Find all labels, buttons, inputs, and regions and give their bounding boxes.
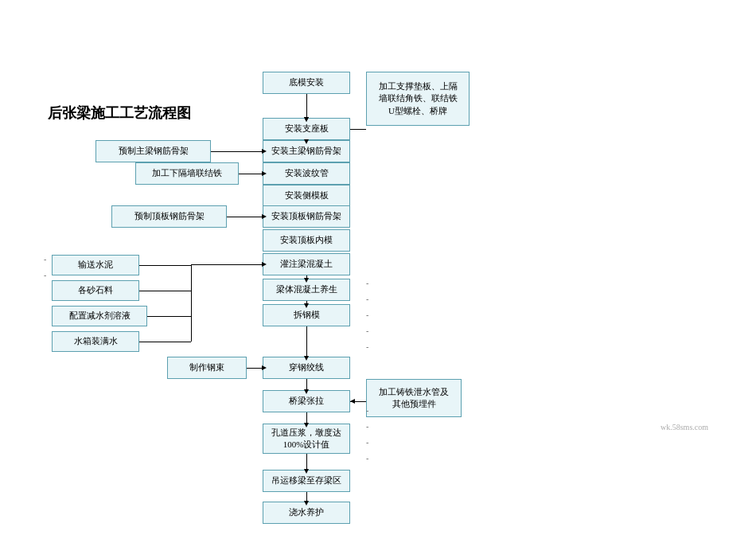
flow-box-b13: 各砂石料: [52, 280, 139, 301]
page-container: 后张梁施工工艺流程图 wk.58sms.com 底模安装加工支撑垫板、上隔 墙联…: [0, 0, 756, 535]
arrowhead-v: [304, 389, 309, 394]
flow-box-b11: 安装顶板内模: [263, 229, 350, 252]
page-title: 后张梁施工工艺流程图: [48, 103, 191, 123]
dash-mark: -: [366, 454, 368, 463]
arrowhead: [262, 262, 267, 267]
flow-box-b19: 制作钢束: [167, 357, 247, 379]
flow-box-b23: 孔道压浆，墩度达 100%设计值: [263, 424, 350, 454]
arrowhead-left: [350, 399, 355, 404]
line-h: [139, 291, 191, 291]
watermark: wk.58sms.com: [661, 423, 708, 432]
line-h: [147, 316, 191, 317]
arrowhead-v: [304, 423, 309, 428]
flow-box-b16: 灌注梁混凝土: [263, 253, 350, 275]
flow-box-b6: 加工下隔墙联结铁: [135, 162, 239, 185]
arrowhead: [262, 214, 267, 219]
arrowhead-v: [304, 501, 309, 506]
arrow-h: [191, 264, 263, 265]
flow-box-b12: 输送水泥: [52, 255, 139, 275]
flow-box-b4: 预制主梁钢筋骨架: [95, 140, 211, 162]
arrow-h: [211, 151, 263, 152]
arrowhead-v: [304, 278, 309, 283]
flow-box-b9: 预制顶板钢筋骨架: [111, 205, 227, 228]
arrow-v-line: [306, 379, 307, 390]
arrow-h: [239, 174, 263, 174]
dash-mark: -: [366, 295, 368, 303]
line-b2-b3: [350, 129, 366, 130]
line-h: [139, 265, 191, 266]
arrowhead-v: [304, 356, 309, 361]
flow-box-b14: 配置减水剂溶液: [52, 306, 147, 326]
arrow-v-line: [306, 326, 307, 357]
flow-box-b22: 加工铸铁泄水管及 其他预埋件: [366, 379, 462, 417]
arrowhead-v: [304, 117, 309, 122]
arrow-v-line: [306, 94, 307, 118]
dash-mark: -: [366, 406, 368, 415]
arrow-h: [227, 217, 263, 217]
flow-box-b1: 底模安装: [263, 72, 350, 94]
flow-box-b7: 安装波纹管: [263, 162, 350, 185]
dash-left: -: [44, 255, 46, 264]
flow-box-b8: 安装侧模板: [263, 185, 350, 207]
arrowhead: [262, 365, 267, 370]
arrowhead: [262, 149, 267, 154]
dash-mark: -: [366, 279, 368, 287]
flow-box-b2: 加工支撑垫板、上隔 墙联结角铁、联结铁 U型螺栓、桥牌: [366, 72, 470, 126]
flow-box-b15: 水箱装满水: [52, 331, 139, 352]
line-h: [139, 342, 191, 342]
arrowhead-v: [304, 303, 309, 308]
dash-left: -: [44, 271, 46, 279]
dash-mark: -: [366, 310, 368, 319]
line-v: [191, 265, 192, 342]
dash-mark: -: [366, 326, 368, 335]
dash-mark: -: [366, 438, 368, 447]
flow-box-b10: 安装顶板钢筋骨架: [263, 205, 350, 228]
dash-mark: -: [366, 342, 368, 351]
arrowhead-v: [304, 469, 309, 474]
arrow-h: [247, 368, 263, 369]
arrowhead: [262, 171, 267, 176]
arrow-v-line: [306, 412, 307, 424]
dash-mark: -: [366, 422, 368, 431]
arrowhead-v: [304, 139, 309, 144]
arrow-v-line: [306, 454, 307, 470]
